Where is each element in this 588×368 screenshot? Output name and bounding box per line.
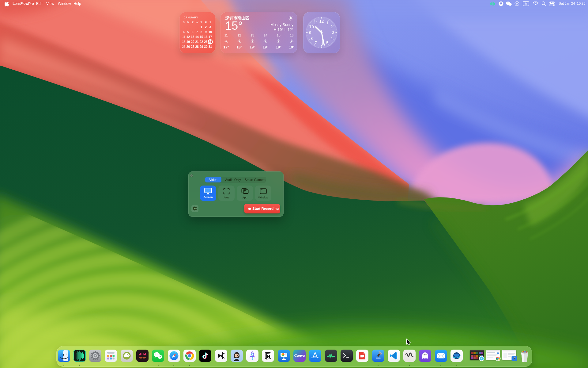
svg-text:12: 12 bbox=[319, 19, 324, 24]
svg-text:拼: 拼 bbox=[524, 2, 528, 6]
svg-text:1: 1 bbox=[326, 21, 328, 25]
svg-text:10: 10 bbox=[309, 25, 314, 29]
svg-text:3: 3 bbox=[332, 30, 334, 35]
svg-text:2: 2 bbox=[330, 25, 333, 29]
svg-text:7: 7 bbox=[315, 40, 317, 45]
svg-text:11: 11 bbox=[314, 21, 318, 25]
svg-text:6: 6 bbox=[320, 42, 322, 47]
svg-text:8: 8 bbox=[311, 36, 313, 41]
svg-text:4: 4 bbox=[330, 36, 333, 41]
svg-text:9: 9 bbox=[309, 30, 311, 35]
svg-text:5: 5 bbox=[326, 40, 328, 45]
